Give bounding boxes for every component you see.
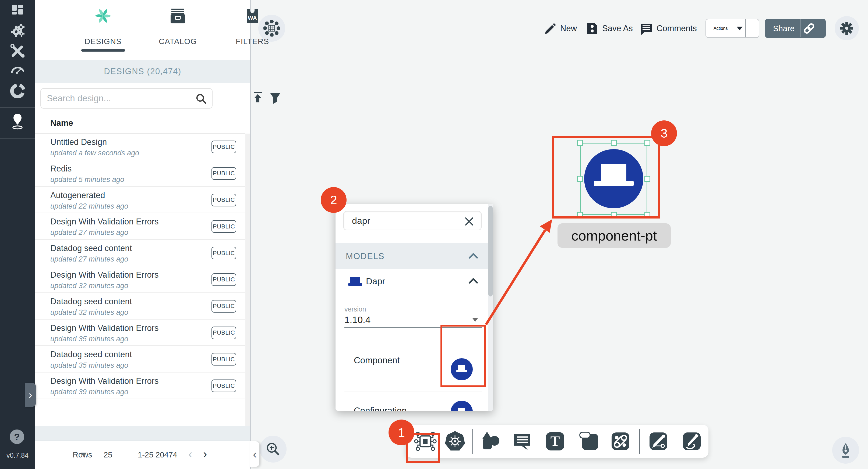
rows-per-page-caret-icon[interactable]	[81, 453, 87, 456]
annotation-step-3: 3	[651, 121, 677, 146]
sidebar-expand-handle[interactable]: ›	[25, 383, 36, 407]
comments-button[interactable]: Comments	[640, 21, 697, 36]
zoom-button[interactable]	[260, 436, 286, 463]
design-name: Datadog seed content	[50, 297, 132, 306]
design-row[interactable]: Design With Validation Errors updated 35…	[35, 320, 245, 346]
design-row[interactable]: Design With Validation Errors updated 39…	[35, 372, 245, 399]
publish-design-icon[interactable]	[251, 90, 265, 105]
design-name: Datadog seed content	[50, 350, 132, 359]
performance-gauge-icon[interactable]	[0, 63, 35, 77]
tab-designs-label: DESIGNS	[73, 37, 133, 46]
extensions-icon[interactable]	[0, 84, 35, 98]
design-row[interactable]: Datadog seed content updated 32 minutes …	[35, 293, 245, 320]
pen-edit-tool[interactable]	[648, 431, 669, 451]
freehand-draw-tool[interactable]	[682, 431, 702, 451]
dapr-component-node[interactable]	[584, 149, 643, 208]
modal-scrollbar[interactable]	[488, 204, 493, 411]
design-row[interactable]: Autogenerated updated 22 minutes ago PUB…	[35, 187, 245, 213]
sidebar-divider	[0, 107, 35, 108]
design-row[interactable]: Untitled Design updated a few seconds ag…	[35, 134, 245, 160]
design-updated: updated 27 minutes ago	[50, 229, 128, 237]
shapes-tool[interactable]	[479, 431, 501, 452]
resize-handle-s[interactable]	[611, 212, 617, 218]
design-row[interactable]: Datadog seed content updated 27 minutes …	[35, 240, 245, 266]
actions-button[interactable]: Actions	[706, 19, 759, 38]
save-as-button[interactable]: Save As	[586, 21, 633, 36]
design-name: Redis	[50, 164, 71, 174]
configuration-item-row[interactable]: Configuration	[336, 392, 488, 411]
divider	[800, 19, 801, 37]
kubernetes-tool[interactable]	[444, 430, 466, 453]
modal-search-input[interactable]	[352, 213, 460, 229]
resize-handle-w[interactable]	[577, 176, 583, 182]
resize-handle-sw[interactable]	[577, 212, 583, 218]
component-shapes-tool[interactable]	[414, 430, 437, 453]
design-search-input[interactable]	[47, 90, 187, 106]
tab-designs[interactable]: DESIGNS	[73, 8, 133, 54]
settings-button[interactable]	[835, 16, 859, 40]
design-row[interactable]: Design With Validation Errors updated 27…	[35, 213, 245, 240]
tab-catalog[interactable]: CATALOG	[148, 8, 208, 54]
search-icon[interactable]	[195, 93, 207, 105]
design-row[interactable]: Datadog seed content updated 35 minutes …	[35, 346, 245, 372]
resize-handle-ne[interactable]	[644, 140, 650, 146]
rows-per-page-value[interactable]: 25	[103, 450, 112, 459]
share-button[interactable]: Share	[765, 19, 826, 38]
toolkit-icon[interactable]	[0, 44, 35, 58]
design-updated: updated 5 minutes ago	[50, 175, 124, 184]
resize-handle-se[interactable]	[644, 212, 650, 218]
dashboard-icon[interactable]	[0, 3, 35, 16]
design-updated: updated 39 minutes ago	[50, 388, 128, 396]
resize-handle-nw[interactable]	[577, 140, 583, 146]
prev-page-icon[interactable]: ‹	[188, 447, 192, 461]
text-tool[interactable]: T	[545, 431, 565, 451]
filter-funnel-icon[interactable]	[269, 90, 282, 105]
design-row[interactable]: Redis updated 5 minutes ago PUBLIC	[35, 160, 245, 187]
pen-mode-button[interactable]	[832, 437, 859, 464]
design-name: Autogenerated	[50, 191, 105, 200]
chevron-up-icon[interactable]	[468, 277, 479, 285]
dapr-component-icon[interactable]	[451, 358, 473, 380]
new-button[interactable]: New	[544, 21, 577, 36]
design-updated: updated 22 minutes ago	[50, 202, 128, 210]
next-page-icon[interactable]: ›	[203, 447, 207, 461]
tab-filters[interactable]: WA FILTERS	[223, 8, 282, 54]
actions-caret-icon[interactable]	[737, 27, 743, 30]
lifecycle-gears-icon[interactable]	[0, 24, 35, 38]
tab-filters-label: FILTERS	[223, 37, 282, 46]
comment-icon	[640, 22, 653, 35]
visibility-badge: PUBLIC	[212, 353, 236, 366]
panel-collapse-handle[interactable]: ‹	[250, 441, 259, 467]
comment-tool[interactable]	[512, 431, 532, 451]
resize-handle-e[interactable]	[644, 176, 650, 182]
design-search-field	[40, 88, 213, 109]
relationship-tool[interactable]	[610, 431, 631, 451]
note-tool[interactable]	[579, 431, 600, 452]
copy-link-icon[interactable]	[803, 22, 815, 35]
list-scrollbar[interactable]	[245, 134, 250, 426]
version-select[interactable]: 1.10.4	[344, 314, 482, 327]
version-label: version	[344, 305, 366, 313]
kanvas-pin-icon[interactable]	[0, 114, 35, 130]
visibility-badge: PUBLIC	[212, 167, 236, 180]
component-item-label: Component	[354, 355, 400, 366]
app-sidebar: › ? v0.7.84	[0, 0, 35, 469]
save-icon	[586, 22, 598, 35]
actions-label: Actions	[714, 26, 727, 31]
svg-text:T: T	[551, 434, 560, 449]
design-name: Design With Validation Errors	[50, 323, 159, 333]
scrollbar-thumb[interactable]	[488, 206, 493, 297]
help-button[interactable]: ?	[10, 430, 24, 444]
pen-nib-icon	[838, 442, 853, 458]
models-section-header[interactable]: MODELS	[336, 243, 488, 269]
design-row[interactable]: Design With Validation Errors updated 32…	[35, 266, 245, 293]
clear-search-icon[interactable]	[464, 216, 475, 227]
resize-handle-n[interactable]	[611, 140, 617, 146]
chevron-up-icon[interactable]	[468, 252, 479, 260]
divider	[745, 19, 746, 37]
design-name: Design With Validation Errors	[50, 376, 159, 386]
component-item-row[interactable]: Component	[336, 328, 488, 392]
meshery-spiral-icon	[73, 8, 133, 24]
model-row-dapr[interactable]: Dapr	[336, 269, 488, 299]
help-label: ?	[14, 432, 20, 442]
